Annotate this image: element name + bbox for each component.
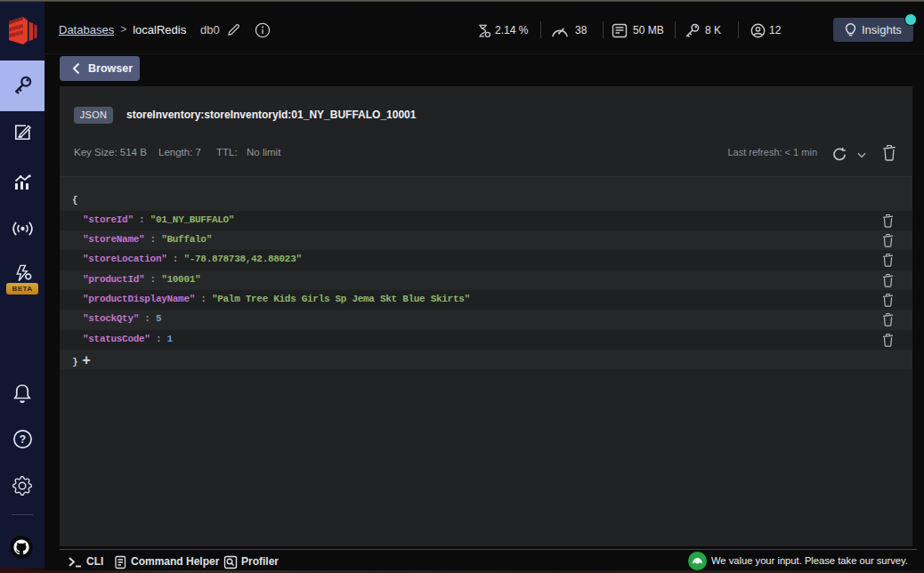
svg-text:?: ? [20, 433, 26, 446]
